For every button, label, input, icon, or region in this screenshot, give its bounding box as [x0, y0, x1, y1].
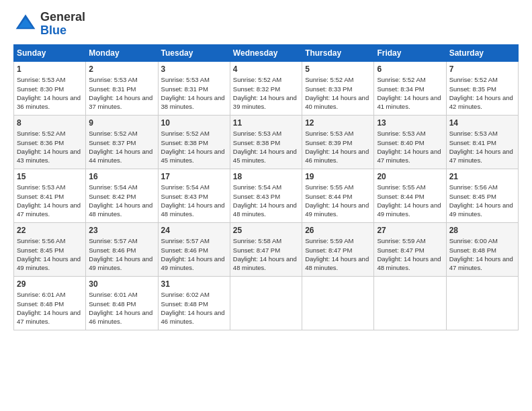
- daylight-label: Daylight: 14 hours and 43 minutes.: [17, 148, 81, 164]
- calendar-week-5: 29Sunrise: 6:01 AMSunset: 8:48 PMDayligh…: [14, 276, 519, 330]
- calendar-cell: 31Sunrise: 6:02 AMSunset: 8:48 PMDayligh…: [158, 276, 230, 330]
- daylight-label: Daylight: 14 hours and 44 minutes.: [89, 148, 152, 164]
- sunrise-text: Sunrise: 5:54 AM: [89, 183, 137, 191]
- daylight-label: Daylight: 14 hours and 49 minutes.: [305, 201, 369, 218]
- day-number: 27: [377, 225, 443, 236]
- sunrise-text: Sunrise: 5:53 AM: [17, 76, 65, 83]
- daylight-label: Daylight: 14 hours and 41 minutes.: [377, 94, 441, 110]
- daylight-label: Daylight: 14 hours and 49 minutes.: [377, 201, 441, 218]
- weekday-wednesday: Wednesday: [230, 44, 302, 61]
- sunrise-text: Sunrise: 5:57 AM: [161, 237, 210, 244]
- day-number: 22: [17, 225, 83, 236]
- day-number: 14: [449, 118, 515, 129]
- calendar-cell: 21Sunrise: 5:56 AMSunset: 8:45 PMDayligh…: [446, 169, 518, 222]
- sunrise-text: Sunrise: 5:52 AM: [233, 76, 281, 83]
- sunrise-text: Sunrise: 5:57 AM: [89, 237, 137, 244]
- sunrise-text: Sunrise: 5:53 AM: [233, 130, 281, 137]
- calendar-cell: 10Sunrise: 5:52 AMSunset: 8:38 PMDayligh…: [158, 115, 230, 169]
- sunrise-text: Sunrise: 5:56 AM: [17, 237, 65, 244]
- calendar-cell: 6Sunrise: 5:52 AMSunset: 8:34 PMDaylight…: [374, 61, 446, 115]
- sunset-text: Sunset: 8:42 PM: [89, 193, 136, 200]
- weekday-sunday: Sunday: [14, 44, 86, 61]
- calendar-cell: 27Sunrise: 5:59 AMSunset: 8:47 PMDayligh…: [374, 222, 446, 276]
- calendar-cell: 9Sunrise: 5:52 AMSunset: 8:37 PMDaylight…: [86, 115, 158, 169]
- day-number: 9: [89, 118, 154, 129]
- calendar-cell: 12Sunrise: 5:53 AMSunset: 8:39 PMDayligh…: [302, 115, 374, 169]
- day-number: 29: [17, 279, 83, 290]
- day-number: 12: [305, 118, 371, 129]
- sunrise-text: Sunrise: 5:53 AM: [161, 76, 210, 83]
- calendar-cell: 4Sunrise: 5:52 AMSunset: 8:32 PMDaylight…: [230, 61, 302, 115]
- day-number: 11: [233, 118, 299, 129]
- sunset-text: Sunset: 8:47 PM: [233, 246, 280, 254]
- calendar-cell: 23Sunrise: 5:57 AMSunset: 8:46 PMDayligh…: [86, 222, 158, 276]
- day-number: 19: [305, 171, 371, 183]
- sunrise-text: Sunrise: 5:52 AM: [449, 76, 498, 83]
- daylight-label: Daylight: 14 hours and 46 minutes.: [89, 309, 152, 325]
- sunset-text: Sunset: 8:47 PM: [377, 246, 424, 254]
- calendar-week-4: 22Sunrise: 5:56 AMSunset: 8:45 PMDayligh…: [14, 222, 519, 276]
- daylight-label: Daylight: 14 hours and 39 minutes.: [233, 94, 297, 110]
- sunset-text: Sunset: 8:46 PM: [161, 246, 208, 254]
- sunrise-text: Sunrise: 5:53 AM: [449, 130, 498, 137]
- calendar-cell: 8Sunrise: 5:52 AMSunset: 8:36 PMDaylight…: [14, 115, 86, 169]
- daylight-label: Daylight: 14 hours and 46 minutes.: [305, 148, 369, 164]
- day-number: 28: [449, 225, 515, 236]
- weekday-tuesday: Tuesday: [158, 44, 230, 61]
- calendar-cell: 25Sunrise: 5:58 AMSunset: 8:47 PMDayligh…: [230, 222, 302, 276]
- daylight-label: Daylight: 14 hours and 47 minutes.: [377, 148, 441, 164]
- calendar-cell: 19Sunrise: 5:55 AMSunset: 8:44 PMDayligh…: [302, 169, 374, 222]
- day-number: 24: [161, 225, 227, 236]
- day-number: 15: [17, 171, 83, 183]
- calendar-cell: [374, 276, 446, 330]
- header: General Blue: [13, 11, 519, 38]
- sunrise-text: Sunrise: 5:59 AM: [305, 237, 353, 244]
- day-number: 20: [377, 171, 443, 183]
- daylight-label: Daylight: 14 hours and 38 minutes.: [161, 94, 225, 110]
- sunset-text: Sunset: 8:47 PM: [305, 246, 352, 254]
- sunset-text: Sunset: 8:41 PM: [17, 193, 64, 200]
- calendar-cell: [446, 276, 518, 330]
- sunset-text: Sunset: 8:30 PM: [17, 85, 64, 93]
- daylight-label: Daylight: 14 hours and 48 minutes.: [89, 201, 152, 218]
- sunset-text: Sunset: 8:44 PM: [377, 193, 424, 200]
- day-number: 10: [161, 118, 227, 129]
- sunset-text: Sunset: 8:38 PM: [233, 139, 280, 146]
- sunrise-text: Sunrise: 5:53 AM: [17, 183, 65, 191]
- sunrise-text: Sunrise: 6:00 AM: [449, 237, 498, 244]
- calendar-week-2: 8Sunrise: 5:52 AMSunset: 8:36 PMDaylight…: [14, 115, 519, 169]
- sunrise-text: Sunrise: 5:52 AM: [377, 76, 425, 83]
- daylight-label: Daylight: 14 hours and 45 minutes.: [233, 148, 297, 164]
- daylight-label: Daylight: 14 hours and 47 minutes.: [449, 255, 513, 271]
- sunrise-text: Sunrise: 5:52 AM: [17, 130, 65, 137]
- daylight-label: Daylight: 14 hours and 49 minutes.: [89, 255, 152, 271]
- weekday-header-row: SundayMondayTuesdayWednesdayThursdayFrid…: [14, 44, 519, 61]
- daylight-label: Daylight: 14 hours and 48 minutes.: [377, 255, 441, 271]
- sunset-text: Sunset: 8:48 PM: [89, 300, 136, 308]
- day-number: 18: [233, 171, 299, 183]
- day-number: 4: [233, 64, 299, 75]
- sunrise-text: Sunrise: 6:01 AM: [89, 291, 137, 298]
- day-number: 1: [17, 64, 83, 75]
- calendar-cell: 1Sunrise: 5:53 AMSunset: 8:30 PMDaylight…: [14, 61, 86, 115]
- calendar-cell: 2Sunrise: 5:53 AMSunset: 8:31 PMDaylight…: [86, 61, 158, 115]
- sunset-text: Sunset: 8:40 PM: [377, 139, 424, 146]
- daylight-label: Daylight: 14 hours and 47 minutes.: [17, 309, 81, 325]
- calendar-cell: 16Sunrise: 5:54 AMSunset: 8:42 PMDayligh…: [86, 169, 158, 222]
- day-number: 26: [305, 225, 371, 236]
- sunset-text: Sunset: 8:45 PM: [17, 246, 64, 254]
- calendar-cell: 18Sunrise: 5:54 AMSunset: 8:43 PMDayligh…: [230, 169, 302, 222]
- sunset-text: Sunset: 8:43 PM: [161, 193, 208, 200]
- calendar-cell: 7Sunrise: 5:52 AMSunset: 8:35 PMDaylight…: [446, 61, 518, 115]
- day-number: 13: [377, 118, 443, 129]
- day-number: 3: [161, 64, 227, 75]
- sunset-text: Sunset: 8:48 PM: [161, 300, 208, 308]
- calendar-cell: 30Sunrise: 6:01 AMSunset: 8:48 PMDayligh…: [86, 276, 158, 330]
- calendar-cell: 26Sunrise: 5:59 AMSunset: 8:47 PMDayligh…: [302, 222, 374, 276]
- sunrise-text: Sunrise: 5:53 AM: [305, 130, 353, 137]
- sunset-text: Sunset: 8:31 PM: [161, 85, 208, 93]
- calendar: SundayMondayTuesdayWednesdayThursdayFrid…: [13, 44, 519, 330]
- daylight-label: Daylight: 14 hours and 40 minutes.: [305, 94, 369, 110]
- daylight-label: Daylight: 14 hours and 49 minutes.: [449, 201, 513, 218]
- sunrise-text: Sunrise: 5:55 AM: [305, 183, 353, 191]
